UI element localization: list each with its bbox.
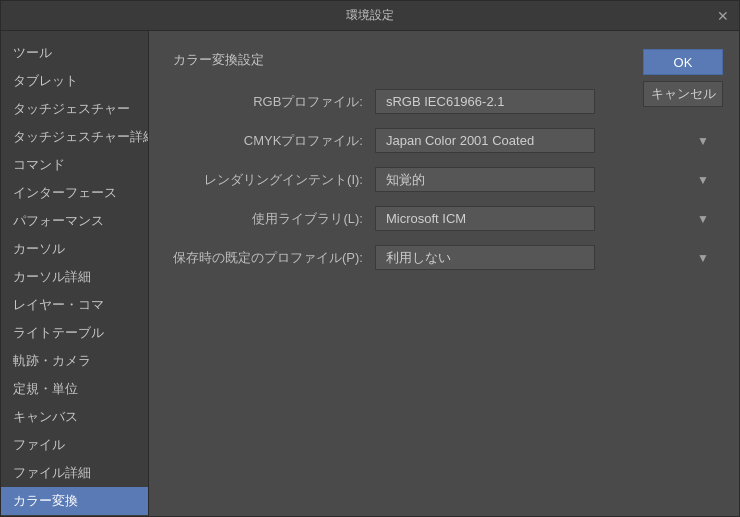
sidebar-item-9[interactable]: レイヤー・コマ — [1, 291, 148, 319]
sidebar-item-1[interactable]: タブレット — [1, 67, 148, 95]
sidebar-item-5[interactable]: インターフェース — [1, 179, 148, 207]
ok-button[interactable]: OK — [643, 49, 723, 75]
dialog: 環境設定 ✕ ツールタブレットタッチジェスチャータッチジェスチャー詳細コマンドイ… — [0, 0, 740, 517]
rendering-intent-select[interactable]: 知覚的 — [375, 167, 595, 192]
field-wrapper-cmyk-profile: Japan Color 2001 Coated▼ — [375, 128, 715, 153]
chevron-down-icon: ▼ — [697, 251, 709, 265]
sidebar-item-11[interactable]: 軌跡・カメラ — [1, 347, 148, 375]
chevron-down-icon: ▼ — [697, 134, 709, 148]
title-bar: 環境設定 ✕ — [1, 1, 739, 31]
sidebar-item-3[interactable]: タッチジェスチャー詳細 — [1, 123, 148, 151]
form-grid: RGBプロファイル:sRGB IEC61966-2.1▼CMYKプロファイル:J… — [173, 89, 715, 270]
chevron-down-icon: ▼ — [697, 173, 709, 187]
sidebar-item-4[interactable]: コマンド — [1, 151, 148, 179]
sidebar-item-10[interactable]: ライトテーブル — [1, 319, 148, 347]
sidebar-item-2[interactable]: タッチジェスチャー — [1, 95, 148, 123]
field-label-default-profile: 保存時の既定のプロファイル(P): — [173, 249, 375, 267]
sidebar-item-16[interactable]: カラー変換 — [1, 487, 148, 515]
sidebar-item-15[interactable]: ファイル詳細 — [1, 459, 148, 487]
chevron-down-icon: ▼ — [697, 212, 709, 226]
sidebar-item-0[interactable]: ツール — [1, 39, 148, 67]
sidebar-item-14[interactable]: ファイル — [1, 431, 148, 459]
close-button[interactable]: ✕ — [715, 8, 731, 24]
field-wrapper-library: Microsoft ICM▼ — [375, 206, 715, 231]
dialog-title: 環境設定 — [346, 7, 394, 24]
sidebar-item-6[interactable]: パフォーマンス — [1, 207, 148, 235]
field-label-rgb-profile: RGBプロファイル: — [173, 93, 375, 111]
sidebar-item-17[interactable]: テキスト編集 — [1, 515, 148, 516]
field-wrapper-default-profile: 利用しない▼ — [375, 245, 715, 270]
cancel-button[interactable]: キャンセル — [643, 81, 723, 107]
sidebar-item-8[interactable]: カーソル詳細 — [1, 263, 148, 291]
field-label-library: 使用ライブラリ(L): — [173, 210, 375, 228]
section-title: カラー変換設定 — [173, 51, 715, 69]
cmyk-profile-select[interactable]: Japan Color 2001 Coated — [375, 128, 595, 153]
buttons-area: OK キャンセル — [643, 49, 723, 107]
rgb-profile-select[interactable]: sRGB IEC61966-2.1 — [375, 89, 595, 114]
library-select[interactable]: Microsoft ICM — [375, 206, 595, 231]
dialog-content: ツールタブレットタッチジェスチャータッチジェスチャー詳細コマンドインターフェース… — [1, 31, 739, 516]
close-icon: ✕ — [717, 8, 729, 24]
sidebar-item-13[interactable]: キャンバス — [1, 403, 148, 431]
sidebar-item-12[interactable]: 定規・単位 — [1, 375, 148, 403]
field-wrapper-rendering-intent: 知覚的▼ — [375, 167, 715, 192]
field-label-cmyk-profile: CMYKプロファイル: — [173, 132, 375, 150]
default-profile-select[interactable]: 利用しない — [375, 245, 595, 270]
sidebar: ツールタブレットタッチジェスチャータッチジェスチャー詳細コマンドインターフェース… — [1, 31, 149, 516]
field-label-rendering-intent: レンダリングインテント(I): — [173, 171, 375, 189]
sidebar-item-7[interactable]: カーソル — [1, 235, 148, 263]
